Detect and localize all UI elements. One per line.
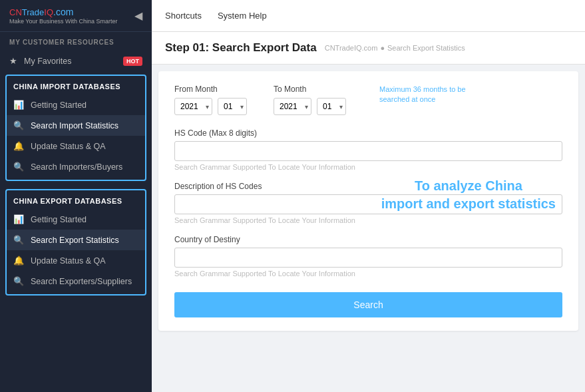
search-importers-label: Search Importers/Buyers [31, 162, 122, 172]
from-month-group: From Month 20182019202020212022 01020304… [174, 85, 247, 115]
from-month-select[interactable]: 010203040506070809101112 [218, 98, 247, 115]
logo-domain: .com [53, 7, 73, 17]
system-help-nav-item[interactable]: System Help [218, 8, 267, 23]
export-section-box: CHINA EXPORT DATABASES 📊 Getting Started… [5, 189, 146, 295]
main-content: Shortcuts System Help Step 01: Search Ex… [152, 0, 585, 392]
logo-cn: CN [9, 7, 22, 17]
search-exporters-label: Search Exporters/Suppliers [31, 277, 132, 286]
logo-wrap: CNTradeIQ.com Make Your Business With Ch… [9, 7, 118, 25]
export-section-title: CHINA EXPORT DATABASES [7, 193, 145, 209]
search-import-label: Search Import Statistics [31, 121, 118, 130]
chart-icon: 📊 [13, 100, 24, 110]
favorites-label: My Favorites [24, 57, 72, 66]
to-month-select[interactable]: 010203040506070809101112 [317, 98, 346, 115]
sidebar-item-search-exporters[interactable]: 🔍 Search Exporters/Suppliers [7, 271, 145, 292]
description-group: Description of HS Codes Search Grammar S… [174, 182, 562, 224]
search4-icon: 🔍 [13, 276, 24, 286]
search-export-label: Search Export Statistics [31, 236, 119, 245]
country-input[interactable] [174, 248, 562, 268]
from-month-select-wrap: 010203040506070809101112 [218, 98, 247, 115]
to-year-select-wrap: 20182019202020212022 [274, 98, 311, 115]
collapse-sidebar-button[interactable]: ◀ [134, 9, 142, 22]
form-fields-area: HS Code (Max 8 digits) Search Grammar Su… [174, 128, 562, 317]
sidebar-item-search-importers[interactable]: 🔍 Search Importers/Buyers [7, 156, 145, 177]
description-input[interactable] [174, 194, 562, 214]
to-date-selects: 20182019202020212022 0102030405060708091… [274, 98, 346, 115]
form-panel: From Month 20182019202020212022 01020304… [158, 71, 578, 331]
breadcrumb-separator: ● [380, 44, 385, 52]
page-title: Step 01: Search Export Data [165, 41, 317, 55]
import-getting-started-label: Getting Started [31, 100, 87, 110]
description-hint: Search Grammar Supported To Locate Your … [174, 216, 562, 224]
search3-icon: 🔍 [13, 235, 24, 245]
bell2-icon: 🔔 [13, 256, 24, 266]
from-month-label: From Month [174, 85, 247, 94]
max-months-note: Maximum 36 months to be searched at once [379, 85, 486, 105]
bell-icon: 🔔 [13, 141, 24, 151]
from-date-selects: 20182019202020212022 0102030405060708091… [174, 98, 247, 115]
description-label: Description of HS Codes [174, 182, 562, 191]
shortcuts-nav-item[interactable]: Shortcuts [165, 8, 202, 23]
import-section-title: CHINA IMPORT DATABASES [7, 79, 145, 95]
export-getting-started-label: Getting Started [31, 215, 87, 224]
sidebar: CNTradeIQ.com Make Your Business With Ch… [0, 0, 152, 392]
to-year-select[interactable]: 20182019202020212022 [274, 98, 311, 115]
sidebar-item-search-export-statistics[interactable]: 🔍 Search Export Statistics [7, 230, 145, 250]
from-year-select[interactable]: 20182019202020212022 [174, 98, 212, 115]
hs-code-input[interactable] [174, 141, 562, 161]
to-month-label: To Month [274, 85, 346, 94]
sidebar-item-export-getting-started[interactable]: 📊 Getting Started [7, 209, 145, 230]
logo-iq: IQ [44, 7, 53, 17]
breadcrumb-home: CNTradeIQ.com [325, 44, 378, 52]
logo-text: CNTradeIQ.com [9, 7, 118, 17]
breadcrumb-current: Search Export Statistics [387, 44, 465, 52]
hs-code-group: HS Code (Max 8 digits) Search Grammar Su… [174, 128, 562, 171]
sidebar-logo: CNTradeIQ.com Make Your Business With Ch… [0, 0, 152, 32]
hs-code-hint: Search Grammar Supported To Locate Your … [174, 163, 562, 171]
hs-code-label: HS Code (Max 8 digits) [174, 128, 562, 138]
chart2-icon: 📊 [13, 214, 24, 224]
star-icon: ★ [9, 56, 17, 66]
import-section-box: CHINA IMPORT DATABASES 📊 Getting Started… [5, 75, 146, 181]
content-area: From Month 20182019202020212022 01020304… [152, 65, 585, 392]
to-month-group: To Month 20182019202020212022 0102030405… [274, 85, 346, 115]
my-resources-label: MY CUSTOMER RESOURCES [0, 32, 152, 50]
sidebar-item-search-import-statistics[interactable]: 🔍 Search Import Statistics [7, 115, 145, 136]
logo-trade: Trade [22, 7, 44, 17]
top-nav: Shortcuts System Help [152, 0, 585, 32]
logo-tagline: Make Your Business With China Smarter [9, 18, 118, 25]
export-update-label: Update Status & QA [31, 256, 106, 266]
from-year-select-wrap: 20182019202020212022 [174, 98, 212, 115]
sidebar-item-import-getting-started[interactable]: 📊 Getting Started [7, 95, 145, 115]
search-button[interactable]: Search [174, 292, 562, 317]
breadcrumb: CNTradeIQ.com ● Search Export Statistics [325, 44, 465, 52]
date-row: From Month 20182019202020212022 01020304… [174, 85, 562, 115]
my-favorites-item[interactable]: ★ My Favorites HOT [0, 50, 152, 72]
country-hint: Search Grammar Supported To Locate Your … [174, 270, 562, 278]
country-label: Country of Destiny [174, 235, 562, 244]
country-group: Country of Destiny Search Grammar Suppor… [174, 235, 562, 278]
search2-icon: 🔍 [13, 162, 24, 172]
to-month-select-wrap: 010203040506070809101112 [317, 98, 346, 115]
page-header: Step 01: Search Export Data CNTradeIQ.co… [152, 32, 585, 65]
sidebar-item-export-update-status[interactable]: 🔔 Update Status & QA [7, 250, 145, 271]
search-icon: 🔍 [13, 120, 24, 130]
import-update-label: Update Status & QA [31, 142, 106, 151]
sidebar-item-import-update-status[interactable]: 🔔 Update Status & QA [7, 136, 145, 156]
hot-badge: HOT [123, 57, 142, 66]
